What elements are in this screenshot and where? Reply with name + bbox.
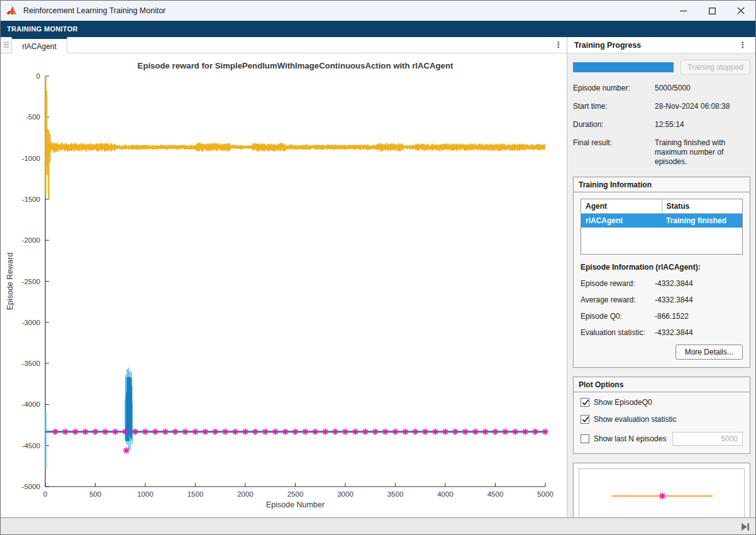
matlab-logo-icon xyxy=(6,6,18,16)
agent-row-rlacagent[interactable]: rlACAgent Training finished xyxy=(581,214,743,228)
svg-text:2000: 2000 xyxy=(237,490,253,498)
option-show-episode-q0[interactable]: Show EpisodeQ0 xyxy=(581,398,743,407)
training-progress-bar xyxy=(573,62,674,72)
agents-table-header: Agent Status xyxy=(581,199,743,214)
plot-options-title: Plot Options xyxy=(574,377,750,392)
status-bar xyxy=(1,517,755,535)
checkbox-show-last-n-episodes[interactable] xyxy=(581,434,589,443)
close-button[interactable] xyxy=(726,1,755,21)
overview-plot[interactable] xyxy=(579,468,745,518)
agents-table-empty-area xyxy=(581,228,743,254)
tab-rlacagent[interactable]: rlACAgent xyxy=(12,37,67,53)
episode-info-title: Episode Information (rlACAgent): xyxy=(581,263,743,272)
svg-text:-3000: -3000 xyxy=(22,319,40,326)
field-duration: Duration: 12:55:14 xyxy=(573,120,750,130)
training-plot[interactable]: 0-500-1000-1500-2000-2500-3000-3500-4000… xyxy=(1,53,567,517)
toolstrip-tab-label[interactable]: TRAINING MONITOR xyxy=(7,25,78,33)
skip-to-end-icon[interactable] xyxy=(740,521,750,535)
svg-text:0: 0 xyxy=(36,72,40,80)
option-show-evaluation-statistic[interactable]: Show last N episodes Show evaluation sta… xyxy=(581,415,743,424)
panel-header: Training Progress ⋮ xyxy=(567,37,756,53)
field-episode-number: Episode number: 5000/5000 xyxy=(573,84,750,93)
checkbox-show-episode-q0[interactable] xyxy=(581,398,589,407)
training-stopped-button[interactable]: Training stopped xyxy=(681,60,750,75)
panel-menu-icon[interactable]: ⋮ xyxy=(735,44,751,47)
minimize-button[interactable] xyxy=(669,1,698,21)
svg-text:-500: -500 xyxy=(26,113,40,121)
training-information-group: Training Information Agent Status rlACAg… xyxy=(573,177,750,368)
window-title: Reinforcement Learning Training Monitor xyxy=(23,6,166,15)
tab-overflow-menu-icon[interactable]: ⋮ xyxy=(550,37,567,53)
svg-text:1500: 1500 xyxy=(187,490,204,498)
episode-reward-chart: 0-500-1000-1500-2000-2500-3000-3500-4000… xyxy=(1,53,567,517)
title-bar: Reinforcement Learning Training Monitor xyxy=(1,1,755,21)
svg-text:Episode reward for SimplePendl: Episode reward for SimplePendlumWithImag… xyxy=(138,61,453,70)
training-progress-panel: Training Progress ⋮ Training stopped Epi… xyxy=(567,37,756,517)
svg-text:4500: 4500 xyxy=(487,490,504,498)
field-episode-reward: Episode reward: -4332.3844 xyxy=(581,279,743,288)
tab-label: rlACAgent xyxy=(22,42,57,51)
svg-text:-4000: -4000 xyxy=(22,400,40,408)
field-episode-q0: Episode Q0: -866.1522 xyxy=(581,312,743,321)
svg-text:Episode Number: Episode Number xyxy=(266,500,325,509)
svg-text:-5000: -5000 xyxy=(22,483,40,490)
svg-text:1000: 1000 xyxy=(137,490,153,498)
svg-text:500: 500 xyxy=(89,490,101,498)
field-evaluation-statistic: Evaluation statistic: -4332.3844 xyxy=(581,328,743,337)
agents-table[interactable]: Agent Status rlACAgent Training finished xyxy=(581,199,743,255)
check-icon xyxy=(581,415,590,424)
field-final-result: Final result: Training finished with max… xyxy=(573,138,750,167)
more-details-button[interactable]: More Details... xyxy=(675,345,743,360)
plot-options-group: Plot Options Show EpisodeQ0 xyxy=(573,377,750,454)
field-average-reward: Average reward: -4332.3844 xyxy=(581,295,743,304)
document-tab-bar: rlACAgent ⋮ xyxy=(1,37,567,53)
toolstrip: TRAINING MONITOR xyxy=(1,21,755,37)
svg-text:3000: 3000 xyxy=(337,490,353,498)
tab-list-icon[interactable] xyxy=(1,37,12,53)
svg-text:-4500: -4500 xyxy=(22,442,40,450)
overview-plot-box xyxy=(573,463,750,518)
field-start-time: Start time: 28-Nov-2024 06:08:38 xyxy=(573,102,750,111)
svg-text:-2000: -2000 xyxy=(22,236,40,244)
last-n-episodes-input[interactable] xyxy=(672,432,743,446)
svg-text:3500: 3500 xyxy=(387,490,404,498)
svg-text:-3500: -3500 xyxy=(22,360,40,367)
check-icon xyxy=(581,398,590,407)
training-information-title: Training Information xyxy=(574,177,750,192)
svg-text:2500: 2500 xyxy=(287,490,304,498)
svg-text:5000: 5000 xyxy=(537,490,553,498)
svg-text:Episode Reward: Episode Reward xyxy=(6,253,14,311)
panel-title: Training Progress xyxy=(574,41,641,50)
app-window: Reinforcement Learning Training Monitor … xyxy=(0,0,756,535)
maximize-button[interactable] xyxy=(698,1,726,21)
svg-text:-1500: -1500 xyxy=(22,196,40,203)
svg-text:4000: 4000 xyxy=(437,490,453,498)
svg-text:0: 0 xyxy=(43,490,47,498)
tab-bar-spacer xyxy=(67,37,550,53)
checkbox-show-evaluation-statistic[interactable] xyxy=(581,415,589,424)
overview-plot-svg xyxy=(579,469,744,518)
svg-text:-2500: -2500 xyxy=(22,278,40,285)
svg-text:-1000: -1000 xyxy=(22,155,40,162)
option-show-last-n-episodes[interactable]: Show last N episodes xyxy=(581,432,743,446)
